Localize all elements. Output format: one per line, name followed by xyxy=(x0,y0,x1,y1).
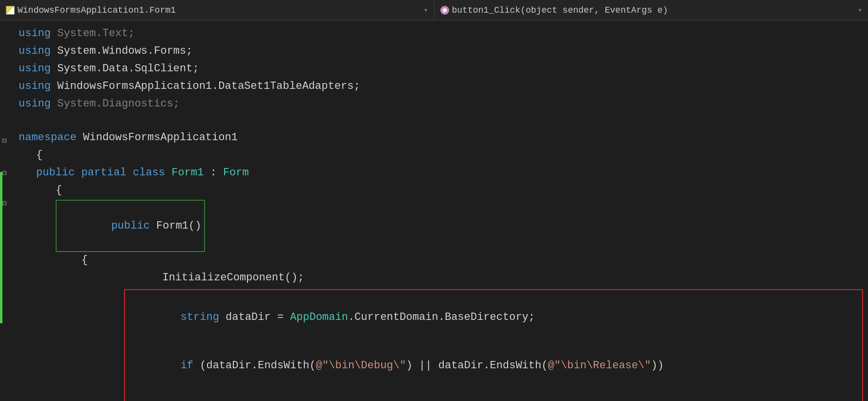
using-line-4: using WindowsFormsApplication1.DataSet1T… xyxy=(17,78,868,96)
class-name: WindowsFormsApplication1.Form1 xyxy=(18,5,176,15)
kw-string-type: string xyxy=(181,311,219,323)
kw-public-1: public xyxy=(36,165,75,181)
class-collapse-icon[interactable]: ⊟ xyxy=(2,168,7,178)
string-bin-debug: @"\bin\Debug\" xyxy=(316,359,406,372)
classname-form1: Form1 xyxy=(171,165,204,181)
constructor-line: public Form1() xyxy=(17,200,868,252)
if-open-brace: { xyxy=(129,390,858,401)
namespace-line: namespace WindowsFormsApplication1 xyxy=(17,129,868,147)
method-icon xyxy=(440,6,449,15)
change-indicator-bar xyxy=(0,172,2,323)
kw-using-2: using xyxy=(19,43,51,59)
constructor-highlight: public Form1() xyxy=(56,200,205,252)
kw-using-5: using xyxy=(19,96,51,112)
form-icon xyxy=(6,6,15,15)
namespace-open-brace: { xyxy=(17,147,868,165)
kw-using-1: using xyxy=(19,25,51,42)
constructor-collapse-icon[interactable]: ⊟ xyxy=(2,198,7,208)
initialize-component-line: InitializeComponent(); xyxy=(17,270,868,287)
method-dropdown-arrow[interactable]: ▾ xyxy=(858,6,862,14)
highlighted-code-block: string dataDir = AppDomain.CurrentDomain… xyxy=(124,289,863,401)
string-bin-release: @"\bin\Release\" xyxy=(548,359,651,372)
string-datadir-line: string dataDir = AppDomain.CurrentDomain… xyxy=(129,293,858,341)
method-name: button1_Click(object sender, EventArgs e… xyxy=(452,5,668,15)
using-line-5: using System.Diagnostics; xyxy=(17,96,868,113)
appdomain-ref-1: AppDomain xyxy=(290,311,348,323)
collapse-gutter: ⊟ ⊟ ⊟ xyxy=(0,21,12,401)
empty-line-1 xyxy=(17,113,868,129)
class-line: public partial class Form1 : Form xyxy=(17,165,868,182)
kw-public-2: public xyxy=(111,220,150,232)
class-selector[interactable]: WindowsFormsApplication1.Form1 ▾ xyxy=(0,0,434,20)
kw-namespace: namespace xyxy=(19,129,77,146)
class-open-brace: { xyxy=(17,182,868,200)
kw-using-3: using xyxy=(19,61,51,77)
classname-form: Form xyxy=(223,165,249,181)
code-area: ⊟ ⊟ ⊟ using System.Text; using System.Wi… xyxy=(0,21,868,401)
using-line-1: using System.Text; xyxy=(17,25,868,43)
kw-using-4: using xyxy=(19,78,51,94)
class-dropdown-arrow[interactable]: ▾ xyxy=(424,6,428,14)
kw-class: class xyxy=(133,165,165,181)
using-line-2: using System.Windows.Forms; xyxy=(17,43,868,61)
kw-if: if xyxy=(181,359,193,372)
title-bar: WindowsFormsApplication1.Form1 ▾ button1… xyxy=(0,0,868,21)
code-editor[interactable]: using System.Text; using System.Windows.… xyxy=(12,21,868,401)
constructor-open-brace: { xyxy=(17,252,868,270)
namespace-collapse-icon[interactable]: ⊟ xyxy=(2,136,7,146)
method-selector[interactable]: button1_Click(object sender, EventArgs e… xyxy=(434,0,868,20)
if-statement-line: if (dataDir.EndsWith(@"\bin\Debug\") || … xyxy=(129,341,858,390)
using-line-3: using System.Data.SqlClient; xyxy=(17,61,868,78)
kw-partial: partial xyxy=(81,165,126,181)
